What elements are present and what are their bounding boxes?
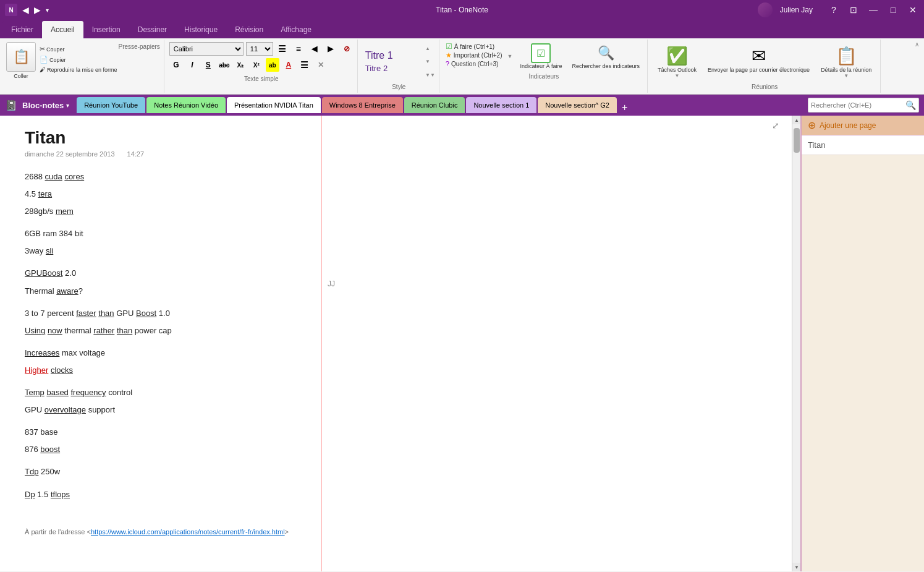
decrease-indent-btn[interactable]: ◀ <box>308 42 321 56</box>
quick-access-dropdown[interactable]: ▾ <box>46 7 49 14</box>
note-area[interactable]: ⤢ Titan dimanche 22 septembre 2013 14:27… <box>0 116 792 571</box>
italic-btn[interactable]: I <box>185 58 199 72</box>
content-section-3: GPUBoost 2.0 Thermal aware? <box>25 267 767 297</box>
taches-outlook-button[interactable]: ✅ Tâches Outlook ▼ <box>654 42 700 81</box>
clipboard-group: 📋 Coller ✂ Couper 📄 Copier 🖌 Reproduire … <box>2 40 164 93</box>
tab-reunion-youtube[interactable]: Réunion YouTube <box>77 97 145 113</box>
tab-affichage[interactable]: Affichage <box>272 21 320 38</box>
tab-reunion-clubic[interactable]: Réunion Clubic <box>404 97 465 113</box>
expand-button[interactable]: ⤢ <box>772 121 779 130</box>
window-title: Titan - OneNote <box>436 6 488 14</box>
copy-button[interactable]: 📄 Copier <box>38 55 119 64</box>
content-footer: À partir de l'adresse <https://www.iclou… <box>25 526 767 538</box>
align-btn[interactable]: ☰ <box>298 58 312 72</box>
line-faster: 3 to 7 percent faster than GPU Boost 1.0 <box>25 307 767 320</box>
details-dropdown[interactable]: ▼ <box>844 73 849 79</box>
format-paint-button[interactable]: 🖌 Reproduire la mise en forme <box>38 66 119 74</box>
search-icon[interactable]: 🔍 <box>905 100 916 110</box>
tab-insertion[interactable]: Insertion <box>83 21 129 38</box>
rechercher-button[interactable]: 🔍 Rechercher des indicateurs <box>569 42 642 70</box>
font-row-1: Calibri 11 ☰ ≡ ◀ ▶ ⊘ <box>169 42 354 56</box>
paste-label: Coller <box>14 73 28 79</box>
tab-fichier[interactable]: Fichier <box>2 21 42 38</box>
clear-btn[interactable]: ✕ <box>314 58 328 72</box>
help-btn[interactable]: ? <box>828 5 840 15</box>
indicator-important[interactable]: ★ Important (Ctrl+2) <box>446 51 502 59</box>
search-input[interactable] <box>811 101 905 109</box>
app-icon[interactable]: N <box>5 4 17 16</box>
add-section-button[interactable]: + <box>618 102 631 113</box>
scroll-up-arrow[interactable]: ▲ <box>792 116 800 124</box>
main-area: ⤢ Titan dimanche 22 septembre 2013 14:27… <box>0 116 924 571</box>
maximize-btn[interactable]: □ <box>887 5 899 15</box>
strikethrough-btn[interactable]: abc <box>218 58 231 72</box>
footer-text: À partir de l'adresse <https://www.iclou… <box>25 526 767 538</box>
ribbon-collapse-btn[interactable]: ∧ <box>915 41 919 48</box>
scroll-down-arrow[interactable]: ▼ <box>792 563 800 571</box>
cut-button[interactable]: ✂ Couper <box>38 45 119 54</box>
tab-dessiner[interactable]: Dessiner <box>129 21 176 38</box>
paste-button[interactable]: 📋 <box>6 42 36 72</box>
envoyer-button[interactable]: ✉ Envoyer la page par courrier électroni… <box>704 42 813 81</box>
notebook-chevron[interactable]: ▾ <box>66 102 69 109</box>
tab-accueil[interactable]: Accueil <box>42 21 83 38</box>
tab-historique[interactable]: Historique <box>176 21 226 38</box>
indicator-question[interactable]: ? Question (Ctrl+3) <box>446 60 499 67</box>
close-btn[interactable]: ✕ <box>907 5 919 15</box>
tab-nouvelle-sectionG2[interactable]: Nouvelle section^ G2 <box>538 97 617 113</box>
font-size-select[interactable]: 11 <box>246 42 273 56</box>
font-family-select[interactable]: Calibri <box>169 42 244 56</box>
content-section-8: Tdp 250w <box>25 465 767 479</box>
clear-format-btn[interactable]: ⊘ <box>340 42 354 56</box>
reunions-group-label: Réunions <box>654 83 875 90</box>
source-link[interactable]: https://www.icloud.com/applications/note… <box>91 528 285 536</box>
style-titre2[interactable]: Titre 2 <box>363 63 423 74</box>
section-tabs: Réunion YouTube Notes Réunion Vidéo Prés… <box>77 97 805 113</box>
right-scrollbar[interactable]: ▲ ▼ <box>792 116 800 571</box>
numbered-list-btn[interactable]: ≡ <box>292 42 305 56</box>
minimize-btn[interactable]: — <box>867 5 879 15</box>
subscript-btn[interactable]: X₂ <box>234 58 247 72</box>
font-color-btn[interactable]: A <box>282 58 295 72</box>
indicators-dropdown-arrow[interactable]: ▼ <box>507 53 512 59</box>
details-reunion-button[interactable]: 📋 Détails de la réunion ▼ <box>817 42 875 81</box>
content-section-4: 3 to 7 percent faster than GPU Boost 1.0… <box>25 307 767 338</box>
styles-scroll-down[interactable]: ▼ <box>425 59 435 64</box>
styles-dropdown[interactable]: ▼▼ <box>425 72 435 78</box>
highlight-btn[interactable]: ab <box>266 58 279 72</box>
notebook-name[interactable]: Bloc-notes <box>22 101 64 110</box>
tab-notes-reunion-video[interactable]: Notes Réunion Vidéo <box>146 97 226 113</box>
taches-dropdown[interactable]: ▼ <box>675 73 680 79</box>
tab-nouvelle-section1[interactable]: Nouvelle section 1 <box>466 97 536 113</box>
add-page-button[interactable]: ⊕ Ajouter une page <box>802 116 924 135</box>
note-content[interactable]: 2688 cuda cores 4.5 tera 288gb/s mem 6GB… <box>25 170 767 537</box>
line-boost: 876 boost <box>25 443 767 456</box>
ribbon-toolbar: 📋 Coller ✂ Couper 📄 Copier 🖌 Reproduire … <box>0 38 924 95</box>
forward-btn[interactable]: ▶ <box>34 5 41 15</box>
ribbon-tabs: Fichier Accueil Insertion Dessiner Histo… <box>0 20 924 38</box>
indicators-checkboxes: ☑ À faire (Ctrl+1) ★ Important (Ctrl+2) … <box>446 42 502 70</box>
add-page-label: Ajouter une page <box>820 121 876 130</box>
page-item-titan[interactable]: Titan <box>802 135 924 155</box>
increase-indent-btn[interactable]: ▶ <box>324 42 337 56</box>
tab-revision[interactable]: Révision <box>226 21 272 38</box>
search-box: 🔍 <box>808 98 919 113</box>
line-gpuboost: GPUBoost 2.0 <box>25 267 767 280</box>
back-btn[interactable]: ◀ <box>22 5 29 15</box>
bold-btn[interactable]: G <box>169 58 183 72</box>
bullet-list-btn[interactable]: ☰ <box>276 42 289 56</box>
tab-windows8-entreprise[interactable]: Windows 8 Entreprise <box>322 97 403 113</box>
jj-label: JJ <box>328 280 335 288</box>
indicator-afaire[interactable]: ☑ À faire (Ctrl+1) <box>446 42 494 51</box>
font-group-label: Texte simple <box>169 75 354 82</box>
indicateur-button[interactable]: ☑ Indicateur À faire <box>517 42 564 70</box>
tab-presentation-nvidia[interactable]: Présentation NVIDIA Titan <box>227 97 321 113</box>
style-titre1[interactable]: Titre 1 <box>363 49 423 62</box>
underline-btn[interactable]: S <box>201 58 215 72</box>
superscript-btn[interactable]: X² <box>250 58 263 72</box>
styles-scroll-up[interactable]: ▲ <box>425 46 435 51</box>
note-title: Titan <box>25 128 767 148</box>
scroll-thumb[interactable] <box>794 128 800 153</box>
line-overvoltage: GPU overvoltage support <box>25 403 767 417</box>
presentation-btn[interactable]: ⊡ <box>847 5 860 15</box>
